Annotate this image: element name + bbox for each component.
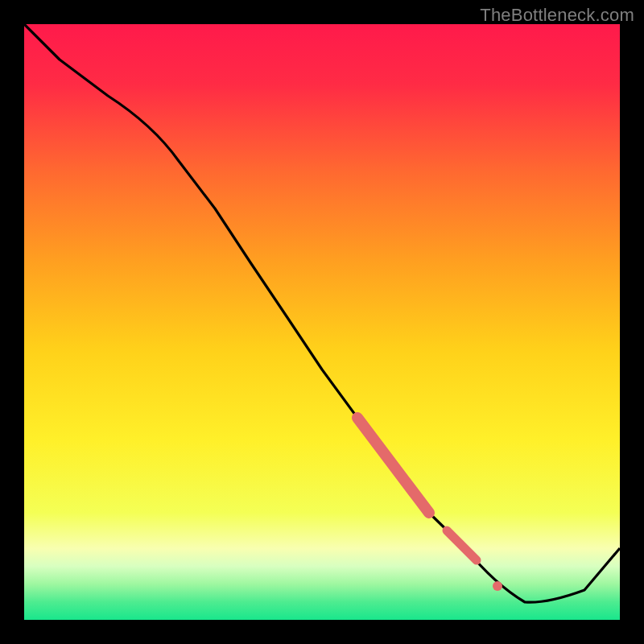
highlight-segment-2 (447, 530, 477, 560)
plot-area (24, 24, 620, 620)
highlight-segment-1 (357, 418, 429, 513)
highlight-dot (493, 581, 502, 591)
curve-path (24, 24, 620, 602)
watermark-text: TheBottleneck.com (480, 5, 634, 26)
chart-container: TheBottleneck.com (0, 0, 644, 644)
bottleneck-curve (24, 24, 620, 620)
